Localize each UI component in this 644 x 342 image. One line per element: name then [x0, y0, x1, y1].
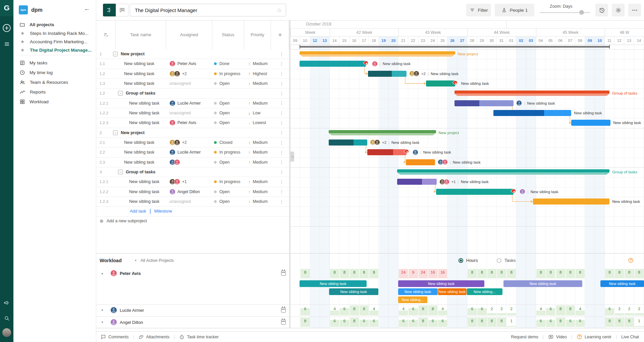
collapse-toggle[interactable]: − — [113, 52, 118, 56]
tasks-radio-group[interactable]: Tasks — [497, 258, 516, 263]
bottombar-comments[interactable]: Comments — [101, 334, 128, 340]
workload-task-bar[interactable]: New sibling... — [398, 296, 427, 303]
task-bar[interactable] — [493, 110, 572, 116]
expand-caret-icon[interactable]: ▼ — [101, 321, 104, 324]
sidebar-item-workload[interactable]: Workload — [13, 97, 96, 107]
task-bar[interactable] — [406, 159, 435, 165]
task-bar[interactable] — [368, 71, 407, 77]
table-row[interactable]: 1.2.2New sibling taskAngel DillonOpen↑Me… — [96, 187, 289, 197]
row-menu-button[interactable]: ⋮ — [279, 52, 283, 57]
zoom-slider-knob[interactable] — [579, 10, 584, 15]
project-title-input[interactable] — [130, 4, 286, 16]
splitter-collapse-handle[interactable]: ◃ — [290, 152, 294, 162]
table-row[interactable]: 1.2.3New sibling taskPeter AvisOpen↓Lowe… — [96, 118, 289, 128]
sidebar-item-reports[interactable]: Reports — [13, 87, 96, 97]
table-row[interactable]: 2.2New sibling taskLucile ArmerIn progre… — [96, 148, 289, 157]
workload-task-bar[interactable]: New sibling task — [438, 288, 467, 295]
sidebar-item-starred-project[interactable]: ★The Digital Project Manage... — [13, 45, 96, 55]
bottombar-attachments[interactable]: Attachments — [139, 334, 169, 340]
workload-task-bar[interactable]: New sibling task — [503, 280, 582, 287]
task-bar[interactable] — [300, 61, 366, 67]
row-menu-button[interactable]: ⋮ — [279, 101, 283, 106]
tasks-radio[interactable] — [497, 258, 501, 263]
favorite-star-icon[interactable]: ☆ — [277, 7, 282, 14]
row-menu-button[interactable]: ⋮ — [279, 81, 283, 86]
bottombar-learning-centr[interactable]: Learning centr — [577, 334, 611, 340]
table-row[interactable]: 1.2.1New sibling taskLucile ArmerOpen↑Me… — [96, 99, 289, 108]
table-row[interactable]: 2−New project⋮ — [96, 128, 289, 138]
sidebar-item-team-resources[interactable]: Team & Resources — [13, 77, 96, 87]
workload-help[interactable] — [628, 258, 634, 263]
collapse-toggle[interactable]: − — [118, 91, 123, 96]
people-button[interactable]: People 1 — [495, 4, 534, 16]
task-bar[interactable] — [426, 80, 455, 87]
workload-task-bar[interactable]: New sibling task — [329, 288, 378, 295]
collapse-sidebar-button[interactable]: ← — [84, 5, 90, 12]
summary-bar[interactable] — [454, 91, 610, 96]
collapse-toggle[interactable]: − — [113, 130, 118, 135]
table-row[interactable]: 1.2.2New sibling taskunassignedOpen↓Low⋮ — [96, 108, 289, 118]
more-options-button[interactable] — [628, 4, 641, 16]
workload-person-row[interactable]: ▼Lucile Armer — [96, 304, 289, 317]
add-task-link[interactable]: Add task — [130, 209, 146, 214]
history-button[interactable] — [595, 4, 608, 16]
task-bar[interactable] — [571, 120, 610, 126]
summary-bar[interactable] — [329, 130, 436, 135]
add-subproject-row[interactable]: ⊕Add a new subproject — [96, 217, 289, 225]
row-menu-button[interactable]: ⋮ — [279, 179, 283, 184]
settings-button[interactable] — [612, 4, 625, 16]
table-row[interactable]: 1.2.1New sibling task+1In progress↑Mediu… — [96, 177, 289, 187]
gantt-view-toggle[interactable] — [103, 4, 116, 16]
sidebar-item-my-time-log[interactable]: My time log — [13, 67, 96, 77]
row-menu-button[interactable]: ⋮ — [279, 61, 283, 66]
table-row[interactable]: 1.2New sibling task+2In progress↑Highest… — [96, 69, 289, 79]
sort-check-icon[interactable] — [103, 32, 109, 38]
table-row[interactable]: 1−New project⋮ — [96, 49, 289, 59]
workload-person-row[interactable]: ▲Peter Avis — [96, 268, 289, 304]
row-menu-button[interactable]: ⋮ — [279, 160, 283, 165]
row-menu-button[interactable]: ⋮ — [279, 140, 283, 145]
sidebar-item-my-tasks[interactable]: My tasks — [13, 58, 96, 68]
help-icon[interactable] — [628, 258, 634, 263]
workload-task-bar[interactable]: New sibling task — [398, 288, 438, 295]
row-menu-button[interactable]: ⋮ — [279, 91, 283, 96]
table-row[interactable]: 1.3New sibling taskunassignedOpen↑Medium… — [96, 79, 289, 89]
add-column-icon[interactable] — [277, 32, 283, 38]
filter-button[interactable]: Filter — [466, 4, 491, 16]
task-bar[interactable] — [454, 100, 514, 106]
summary-bar[interactable] — [397, 169, 610, 175]
search-button[interactable] — [2, 314, 11, 323]
task-bar[interactable] — [533, 198, 610, 205]
bottombar-video[interactable]: Video — [548, 334, 567, 339]
workload-project-filter[interactable]: All Active Projects — [134, 258, 174, 263]
row-menu-button[interactable]: ⋮ — [279, 170, 283, 175]
sort-header-cell[interactable] — [96, 20, 116, 49]
workload-task-bar[interactable]: New sibling... — [467, 288, 502, 295]
board-view-toggle[interactable] — [116, 4, 128, 16]
user-avatar[interactable] — [2, 328, 11, 337]
calendar-icon[interactable] — [281, 271, 286, 276]
workload-person-row[interactable]: ▼Angel Dillon — [96, 317, 289, 328]
workload-task-bar[interactable]: New sibling task — [398, 280, 485, 287]
expand-caret-icon[interactable]: ▼ — [101, 309, 104, 312]
row-menu-button[interactable]: ⋮ — [279, 71, 283, 76]
table-row[interactable]: 1.1New sibling taskPeter AvisDone↑Medium… — [96, 59, 289, 69]
table-row[interactable]: 1.2−Group of tasks⋮ — [96, 89, 289, 98]
collapse-caret-icon[interactable]: ▲ — [101, 272, 104, 275]
row-menu-button[interactable]: ⋮ — [279, 130, 283, 135]
row-menu-button[interactable]: ⋮ — [279, 111, 283, 116]
row-menu-button[interactable]: ⋮ — [279, 189, 283, 194]
bottombar-task-time-tracker[interactable]: Task time tracker — [179, 334, 218, 340]
hours-radio-group[interactable]: Hours — [459, 258, 478, 263]
calendar-icon[interactable] — [281, 307, 286, 312]
task-bar[interactable] — [329, 139, 367, 146]
row-menu-button[interactable]: ⋮ — [279, 199, 283, 204]
bottombar-request-demo[interactable]: Request demo — [511, 335, 538, 339]
collapse-toggle[interactable]: − — [118, 170, 123, 174]
task-bar[interactable] — [436, 189, 514, 195]
menu-toggle-button[interactable] — [2, 40, 11, 48]
table-row[interactable]: 2.3New sibling taskOpen↑Medium⋮ — [96, 158, 289, 167]
task-bar[interactable] — [397, 179, 437, 185]
add-column-header-cell[interactable] — [271, 20, 289, 49]
hours-radio[interactable] — [459, 258, 463, 263]
